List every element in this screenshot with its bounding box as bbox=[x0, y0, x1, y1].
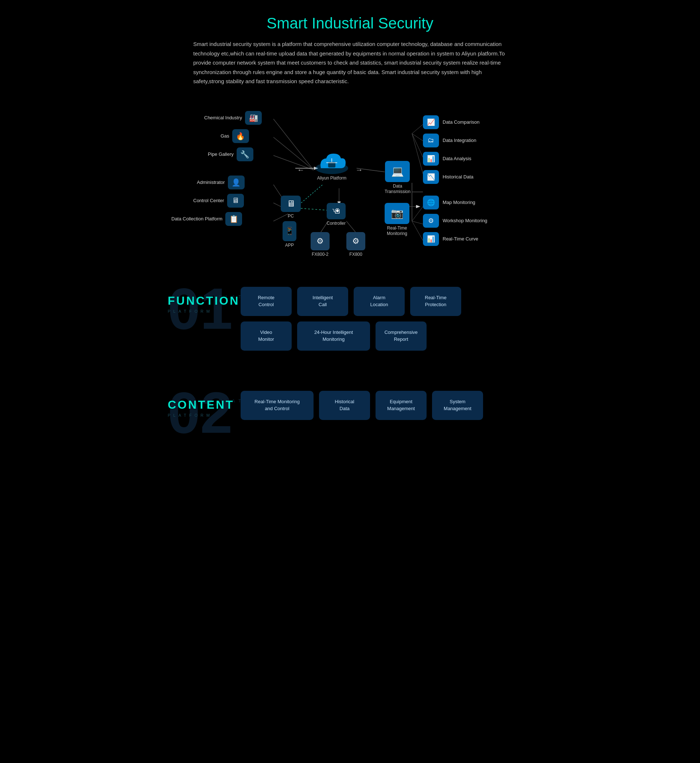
alarm-location-card[interactable]: Alarm Location bbox=[354, 287, 405, 316]
data-collection-icon: 📋 bbox=[225, 212, 242, 226]
historical-data-top-icon: 📉 bbox=[423, 170, 439, 184]
svg-line-0 bbox=[273, 119, 314, 170]
equipment-management-card[interactable]: Equipment Management bbox=[375, 391, 427, 420]
function-sub-word: PLATFORM bbox=[168, 309, 241, 313]
aliyun-label: Aliyun Platform bbox=[317, 175, 347, 181]
workshop-monitoring-icon: ⚙ bbox=[423, 214, 439, 228]
map-monitoring-label: Map Monitoring bbox=[442, 200, 475, 205]
pc-icon: 🖥 bbox=[281, 196, 301, 212]
right-bottom-items: 🌐 Map Monitoring ⚙ Workshop Monitoring 📊… bbox=[423, 196, 488, 246]
comprehensive-report-card[interactable]: Comprehensive Report bbox=[375, 321, 427, 351]
fx800-2-item: ⚙ FX800-2 bbox=[311, 232, 330, 258]
content-row1: Real-Time Monitoring and Control Histori… bbox=[241, 391, 543, 420]
data-integration-label: Data Integration bbox=[442, 138, 477, 143]
data-analysis-label: Data Analysis bbox=[442, 156, 472, 161]
realtime-monitoring-label: Real-TimeMonitoring bbox=[387, 226, 407, 237]
map-monitoring-item: 🌐 Map Monitoring bbox=[423, 196, 488, 210]
workshop-monitoring-label: Workshop Monitoring bbox=[442, 218, 488, 223]
data-comparison-label: Data Comparison bbox=[442, 119, 480, 125]
content-main-word: CONTENT bbox=[168, 398, 241, 412]
pc-item: 🖥 PC bbox=[281, 196, 301, 219]
historical-data-top-label: Historical Data bbox=[442, 174, 473, 180]
realtime-monitoring-control-card[interactable]: Real-Time Monitoring and Control bbox=[241, 391, 314, 420]
page-title: Smart Industrial Security bbox=[157, 0, 543, 39]
intelligent-call-card[interactable]: Intelligent Call bbox=[297, 287, 348, 316]
realtime-curve-item: 📊 Real-Time Curve bbox=[423, 232, 488, 246]
data-collection-item: Data Collection Platform 📋 bbox=[171, 212, 242, 226]
svg-line-7 bbox=[346, 221, 355, 232]
realtime-protection-card[interactable]: Real-Time Protection bbox=[410, 287, 461, 316]
video-monitor-card[interactable]: Video Monitor bbox=[241, 321, 292, 351]
data-collection-label: Data Collection Platform bbox=[171, 216, 222, 221]
fx800-2-icon: ⚙ bbox=[311, 232, 330, 250]
system-management-card[interactable]: System Management bbox=[432, 391, 483, 420]
workshop-monitoring-item: ⚙ Workshop Monitoring bbox=[423, 214, 488, 228]
data-analysis-icon: 📊 bbox=[423, 152, 439, 166]
chemical-industry-item: Chemical Industry 🏭 bbox=[204, 111, 262, 125]
chemical-icon: 🏭 bbox=[245, 111, 262, 125]
svg-line-11 bbox=[299, 185, 323, 205]
control-center-item: Control Center 🖥 bbox=[193, 194, 244, 208]
function-row2: Video Monitor 24-Hour Intelligent Monito… bbox=[241, 321, 543, 351]
gas-icon: 🔥 bbox=[232, 129, 249, 143]
diagram-section: Chemical Industry 🏭 Gas 🔥 Pipe Gallery 🔧… bbox=[157, 97, 543, 261]
function-title-block: FUNCTION PLATFORM bbox=[168, 287, 241, 313]
content-sub-word: PLATFORM bbox=[168, 413, 241, 417]
admin-icon: 👤 bbox=[228, 175, 245, 190]
control-center-icon: 🖥 bbox=[227, 194, 244, 208]
data-transmission-label: DataTransmission bbox=[384, 183, 411, 195]
gas-item: Gas 🔥 bbox=[220, 129, 249, 143]
app-item: 📱 APP bbox=[283, 221, 297, 249]
controller-item: 🖲 Controller bbox=[327, 203, 345, 227]
pipe-label: Pipe Gallery bbox=[208, 152, 234, 157]
data-integration-item: 🗂 Data Integration bbox=[423, 133, 480, 147]
function-section: 01 PLATFORM FUNCTION PLATFORM Remote Con… bbox=[157, 261, 543, 358]
pipe-icon: 🔧 bbox=[237, 147, 253, 161]
right-top-items: 📈 Data Comparison 🗂 Data Integration 📊 D… bbox=[423, 115, 480, 184]
data-comparison-item: 📈 Data Comparison bbox=[423, 115, 480, 129]
admin-label: Administrator bbox=[197, 180, 225, 185]
administrator-item: Administrator 👤 bbox=[197, 175, 245, 190]
data-integration-icon: 🗂 bbox=[423, 133, 439, 147]
fx800-item: ⚙ FX800 bbox=[346, 232, 365, 258]
map-monitoring-icon: 🌐 bbox=[423, 196, 439, 210]
data-transmission-item: 💻 DataTransmission bbox=[384, 161, 411, 195]
pc-label: PC bbox=[288, 213, 294, 219]
function-main-word: FUNCTION bbox=[168, 294, 241, 308]
gas-label: Gas bbox=[220, 133, 229, 139]
control-center-label: Control Center bbox=[193, 198, 224, 203]
historical-data-card[interactable]: Historical Data bbox=[319, 391, 370, 420]
intro-paragraph: Smart industrial security system is a pl… bbox=[157, 39, 543, 97]
fx800-label: FX800 bbox=[349, 252, 362, 258]
realtime-monitoring-item: 📷 Real-TimeMonitoring bbox=[384, 203, 409, 237]
app-label: APP bbox=[285, 243, 294, 249]
app-icon: 📱 bbox=[283, 221, 297, 241]
data-transmission-icon: 💻 bbox=[385, 161, 410, 182]
realtime-curve-label: Real-Time Curve bbox=[442, 236, 478, 241]
controller-icon: 🖲 bbox=[327, 203, 345, 219]
content-title-block: CONTENT PLATFORM bbox=[168, 391, 241, 417]
data-comparison-icon: 📈 bbox=[423, 115, 439, 129]
chemical-label: Chemical Industry bbox=[204, 115, 242, 121]
content-section: 02 PLATFORM CONTENT PLATFORM Real-Time M… bbox=[157, 365, 543, 445]
pipe-gallery-item: Pipe Gallery 🔧 bbox=[208, 147, 253, 161]
historical-data-top-item: 📉 Historical Data bbox=[423, 170, 480, 184]
controller-label: Controller bbox=[327, 221, 345, 227]
fx800-2-label: FX800-2 bbox=[312, 252, 328, 258]
data-analysis-item: 📊 Data Analysis bbox=[423, 152, 480, 166]
realtime-curve-icon: 📊 bbox=[423, 232, 439, 246]
right-arrow: → bbox=[355, 166, 363, 174]
fx800-icon: ⚙ bbox=[346, 232, 365, 250]
content-cards-container: Real-Time Monitoring and Control Histori… bbox=[241, 391, 543, 420]
svg-line-1 bbox=[273, 137, 314, 170]
24hour-monitoring-card[interactable]: 24-Hour Intelligent Monitoring bbox=[297, 321, 370, 351]
left-arrow: ← bbox=[297, 166, 305, 174]
realtime-monitoring-icon: 📷 bbox=[384, 203, 409, 224]
aliyun-platform-item: Aliyun Platform bbox=[314, 148, 350, 181]
cloud-svg bbox=[314, 148, 350, 175]
function-row1: Remote Control Intelligent Call Alarm Lo… bbox=[241, 287, 543, 316]
remote-control-card[interactable]: Remote Control bbox=[241, 287, 292, 316]
function-cards-container: Remote Control Intelligent Call Alarm Lo… bbox=[241, 287, 543, 351]
